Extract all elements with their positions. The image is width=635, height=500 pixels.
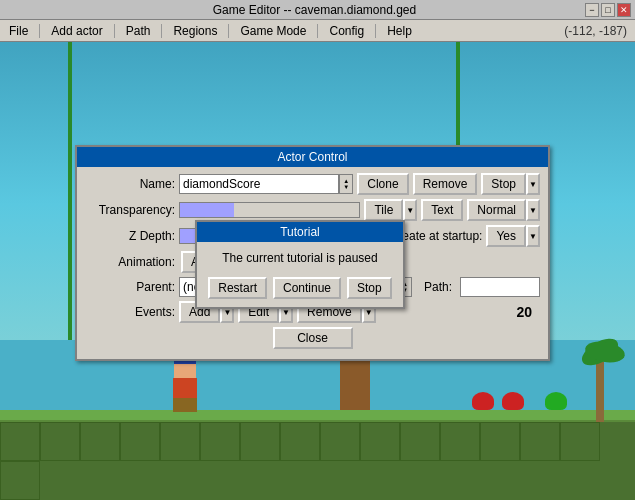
tile-arrow[interactable]: ▼ (403, 199, 417, 221)
vine-left (68, 0, 72, 340)
menu-separator (228, 24, 229, 38)
menu-game-mode[interactable]: Game Mode (231, 21, 315, 41)
window-controls: − □ ✕ (585, 3, 631, 17)
menu-path[interactable]: Path (117, 21, 160, 41)
zdepth-label: Z Depth: (85, 229, 175, 243)
enemy-3 (545, 392, 567, 410)
ground-block (40, 422, 80, 461)
palm-tree (575, 342, 625, 422)
ground-blocks (0, 422, 635, 500)
char-legs (173, 398, 197, 412)
ground-block (240, 422, 280, 461)
ground-block (0, 461, 40, 500)
game-character (170, 360, 200, 410)
name-row: Name: ▲ ▼ Clone Remove Stop ▼ (85, 173, 540, 195)
name-input[interactable] (179, 174, 339, 194)
tutorial-message: The current tutorial is paused (205, 250, 395, 267)
maximize-button[interactable]: □ (601, 3, 615, 17)
ground-block (520, 422, 560, 461)
close-button[interactable]: Close (273, 327, 353, 349)
ground-block (200, 422, 240, 461)
normal-button[interactable]: Normal (467, 199, 526, 221)
events-count: 20 (516, 304, 532, 320)
name-input-arrows[interactable]: ▲ ▼ (339, 174, 353, 194)
close-row: Close (85, 327, 540, 349)
char-head (174, 360, 196, 378)
menu-separator (317, 24, 318, 38)
parent-label: Parent: (85, 280, 175, 294)
stop-button[interactable]: Stop (481, 173, 526, 195)
ground-block (400, 422, 440, 461)
close-button[interactable]: ✕ (617, 3, 631, 17)
menu-file[interactable]: File (0, 21, 37, 41)
enemy-2 (502, 392, 524, 410)
transparency-label: Transparency: (85, 203, 175, 217)
ground-block (560, 422, 600, 461)
coords-display: (-112, -187) (564, 24, 635, 38)
tutorial-stop-button[interactable]: Stop (347, 277, 392, 299)
window-title: Game Editor -- caveman.diamond.ged (44, 3, 585, 17)
ground-block (360, 422, 400, 461)
yes-button[interactable]: Yes (486, 225, 526, 247)
ground-block (320, 422, 360, 461)
clone-button[interactable]: Clone (357, 173, 408, 195)
tutorial-buttons: Restart Continue Stop (205, 277, 395, 299)
menu-separator (39, 24, 40, 38)
ground-block (280, 422, 320, 461)
enemy-1 (472, 392, 494, 410)
tile-btn-container: Tile ▼ (364, 199, 417, 221)
normal-arrow[interactable]: ▼ (526, 199, 540, 221)
text-button[interactable]: Text (421, 199, 463, 221)
transparency-row: Transparency: Tile ▼ Text Normal ▼ (85, 199, 540, 221)
menu-add-actor[interactable]: Add actor (42, 21, 111, 41)
menu-bar: File Add actor Path Regions Game Mode Co… (0, 20, 635, 42)
tutorial-title: Tutorial (197, 222, 403, 242)
ground (0, 420, 635, 500)
minimize-button[interactable]: − (585, 3, 599, 17)
restart-button[interactable]: Restart (208, 277, 267, 299)
tile-button[interactable]: Tile (364, 199, 403, 221)
path-input[interactable] (460, 277, 540, 297)
actor-dialog-title: Actor Control (77, 147, 548, 167)
ground-block (120, 422, 160, 461)
name-label: Name: (85, 177, 175, 191)
ground-block (0, 422, 40, 461)
yes-arrow[interactable]: ▼ (526, 225, 540, 247)
ground-block (80, 422, 120, 461)
continue-button[interactable]: Continue (273, 277, 341, 299)
menu-regions[interactable]: Regions (164, 21, 226, 41)
char-body (173, 378, 197, 398)
ground-block (160, 422, 200, 461)
stop-btn-container: Stop ▼ (481, 173, 540, 195)
ground-block (440, 422, 480, 461)
remove-button[interactable]: Remove (413, 173, 478, 195)
animation-label: Animation: (85, 255, 175, 269)
name-input-container: ▲ ▼ (179, 174, 353, 194)
menu-separator (161, 24, 162, 38)
menu-config[interactable]: Config (320, 21, 373, 41)
normal-btn-container: Normal ▼ (467, 199, 540, 221)
path-label: Path: (424, 280, 452, 294)
menu-separator (114, 24, 115, 38)
menu-separator (375, 24, 376, 38)
palm-trunk (596, 362, 604, 422)
ground-block (480, 422, 520, 461)
events-label: Events: (85, 305, 175, 319)
title-bar: Game Editor -- caveman.diamond.ged − □ ✕ (0, 0, 635, 20)
menu-help[interactable]: Help (378, 21, 421, 41)
stop-arrow[interactable]: ▼ (526, 173, 540, 195)
yes-btn-container: Yes ▼ (486, 225, 540, 247)
tutorial-body: The current tutorial is paused Restart C… (197, 242, 403, 307)
transparency-slider[interactable] (179, 202, 360, 218)
tutorial-dialog: Tutorial The current tutorial is paused … (195, 220, 405, 309)
